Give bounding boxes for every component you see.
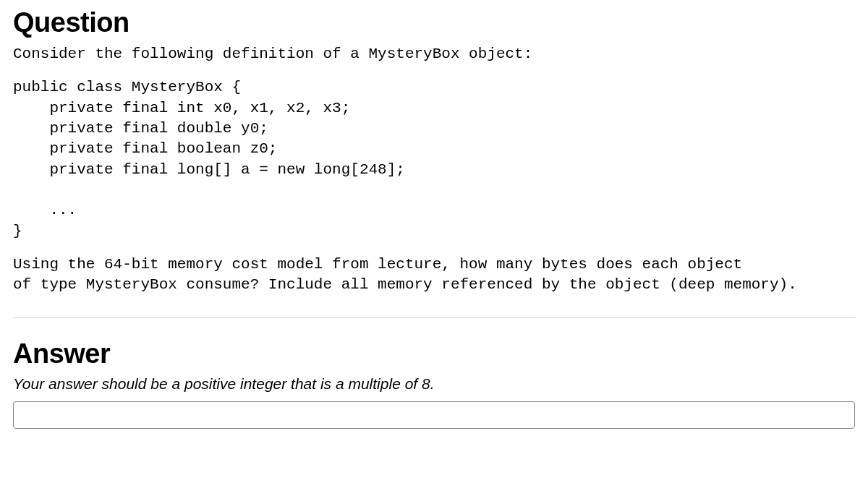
question-prompt: Using the 64-bit memory cost model from …: [13, 255, 855, 296]
question-intro: Consider the following definition of a M…: [13, 44, 855, 64]
code-block: public class MysteryBox { private final …: [13, 77, 855, 242]
page-container: Question Consider the following definiti…: [0, 0, 868, 443]
answer-heading: Answer: [13, 338, 855, 370]
answer-hint: Your answer should be a positive integer…: [13, 375, 855, 393]
divider: [13, 317, 855, 318]
question-heading: Question: [13, 7, 855, 38]
answer-input[interactable]: [13, 401, 855, 429]
